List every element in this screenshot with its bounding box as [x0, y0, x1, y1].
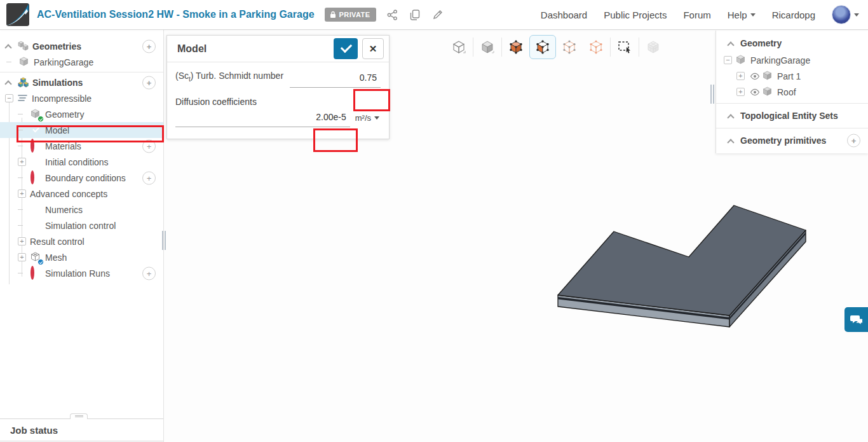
divider [0, 72, 163, 73]
expand-icon[interactable] [18, 237, 26, 245]
sidebar-item-simulation-control[interactable]: Simulation control [0, 218, 163, 233]
add-boundary-condition-button[interactable]: + [142, 171, 156, 184]
check-circle-icon [31, 220, 41, 231]
job-status-drag-handle[interactable] [70, 413, 88, 419]
sidebar-item-incompressible[interactable]: Incompressible [0, 90, 163, 106]
simulation-tree: Geometries + ParkingGarage [0, 30, 163, 281]
sidebar-item-mesh[interactable]: Mesh [0, 249, 163, 265]
sidebar-item-model[interactable]: Model [0, 122, 163, 138]
geometry-tree-parkinggarage[interactable]: ParkingGarage [716, 52, 868, 68]
incomplete-circle-icon [31, 268, 41, 279]
add-geometry-button[interactable]: + [142, 39, 156, 53]
sidebar-item-initial-conditions[interactable]: Initial conditions [0, 154, 163, 170]
sidebar-item-simulation-runs[interactable]: Simulation Runs + [0, 265, 163, 281]
schmidt-number-row: (Sct) Turb. Schmidt number 0.75 [175, 70, 381, 88]
solid-part-icon [763, 86, 773, 97]
geometries-icon [18, 41, 29, 52]
faces-hidden-icon[interactable] [503, 35, 529, 59]
toolbar-separator [639, 38, 639, 57]
geometry-panel: Geometry ParkingGarage [715, 31, 868, 153]
sidebar-item-geometries[interactable]: Geometries + [0, 38, 163, 54]
visibility-eye-icon[interactable] [750, 87, 760, 97]
collapse-icon[interactable] [5, 94, 13, 102]
add-simulation-button[interactable]: + [142, 76, 156, 89]
tree-dash [18, 177, 23, 178]
nav-dashboard[interactable]: Dashboard [541, 10, 587, 20]
lock-icon [330, 11, 336, 18]
add-material-button[interactable]: + [142, 139, 156, 153]
check-circle-icon [31, 125, 41, 135]
user-menu[interactable] [832, 5, 859, 24]
diffusion-coefficient-input[interactable]: 2.00e-5 [175, 108, 350, 127]
share-icon[interactable] [385, 8, 399, 22]
parking-garage-model[interactable] [545, 195, 812, 331]
expand-icon[interactable] [736, 88, 745, 96]
mesh-view-icon [640, 35, 667, 59]
tree-dash [18, 225, 23, 226]
add-simulation-run-button[interactable]: + [142, 266, 156, 280]
cancel-button[interactable]: ✕ [362, 38, 384, 59]
incomplete-circle-icon [31, 172, 41, 183]
sidebar-item-simulations[interactable]: Simulations + [0, 74, 163, 90]
left-panel-resize-handle[interactable] [162, 231, 166, 250]
nav-forum[interactable]: Forum [683, 10, 710, 20]
model-panel-title: Model [177, 43, 334, 55]
collapse-chevron-icon[interactable] [728, 138, 736, 144]
faces-visible-icon[interactable] [529, 35, 556, 59]
divider [716, 128, 868, 128]
diffusion-coefficients-label: Diffusion coefficients [175, 97, 381, 107]
toolbar-separator [501, 38, 502, 57]
geometry-section-header[interactable]: Geometry [716, 34, 868, 52]
sidebar-item-result-control[interactable]: Result control [0, 233, 163, 249]
diffusion-coefficient-row: 2.00e-5 m²/s [175, 108, 381, 127]
incomplete-circle-icon [31, 141, 41, 151]
collapse-chevron-icon[interactable] [728, 41, 736, 46]
box-select-icon[interactable] [611, 35, 638, 59]
avatar[interactable] [832, 5, 851, 24]
vertices-faded-icon[interactable] [556, 35, 583, 59]
nav-username[interactable]: Ricardopg [772, 10, 815, 20]
expand-icon[interactable] [736, 72, 745, 80]
incompressible-icon [17, 93, 28, 104]
tree-dash [18, 273, 23, 273]
tree-dash [18, 209, 23, 210]
unit-selector[interactable]: m²/s [350, 113, 381, 127]
geometry-tree-part1[interactable]: Part 1 [716, 68, 868, 84]
schmidt-number-input[interactable]: 0.75 [290, 70, 381, 88]
job-status-bar[interactable]: Job status [0, 418, 163, 441]
confirm-button[interactable] [334, 38, 358, 59]
collapse-icon[interactable] [724, 56, 732, 64]
collapse-chevron-icon[interactable] [5, 79, 14, 85]
toolbar-separator [610, 38, 611, 57]
topological-entity-sets-header[interactable]: Topological Entity Sets [716, 107, 868, 125]
visibility-eye-icon[interactable] [750, 71, 760, 81]
mesh-icon [31, 252, 41, 263]
geometry-tree-roof[interactable]: Roof [716, 84, 868, 100]
sidebar-item-materials[interactable]: Materials + [0, 138, 163, 154]
expand-icon[interactable] [18, 253, 26, 261]
unit-dropdown-caret-icon [374, 116, 379, 120]
collapse-chevron-icon[interactable] [728, 113, 736, 119]
nav-help[interactable]: Help [728, 10, 756, 20]
copy-project-icon[interactable] [408, 8, 422, 22]
sidebar-item-numerics[interactable]: Numerics [0, 202, 163, 218]
app-logo[interactable] [6, 3, 29, 26]
nav-public-projects[interactable]: Public Projects [604, 10, 667, 20]
add-geometry-primitive-button[interactable]: + [847, 134, 860, 148]
expand-icon[interactable] [18, 158, 26, 166]
simscale-workbench: AC-Ventilation Session2 HW - Smoke in a … [0, 0, 868, 442]
view-solid-icon[interactable] [474, 35, 501, 59]
right-panel-resize-handle[interactable] [710, 85, 715, 104]
collapse-chevron-icon[interactable] [5, 43, 14, 49]
edges-faded-icon[interactable] [583, 35, 609, 59]
model-settings-panel: Model ✕ (Sct) Turb. Schmidt number 0.75 … [166, 35, 390, 139]
sidebar-item-geometry[interactable]: Geometry [0, 106, 163, 122]
sidebar-item-boundary-conditions[interactable]: Boundary conditions + [0, 170, 163, 186]
view-wireframe-icon[interactable] [445, 35, 472, 59]
support-chat-button[interactable] [844, 307, 868, 332]
sidebar-item-parkinggarage[interactable]: ParkingGarage [0, 54, 163, 70]
sidebar-item-advanced-concepts[interactable]: Advanced concepts [0, 186, 163, 202]
geometry-primitives-header[interactable]: Geometry primitives + [716, 132, 868, 149]
expand-icon[interactable] [18, 190, 26, 198]
edit-title-icon[interactable] [431, 8, 445, 22]
